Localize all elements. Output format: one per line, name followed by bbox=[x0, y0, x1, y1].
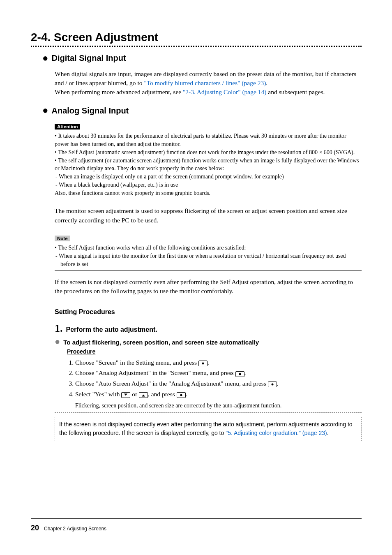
attention-item: The Self Adjust (automatic screen adjust… bbox=[55, 148, 362, 157]
link-color-gradation[interactable]: "5. Adjusting color gradation." (page 23… bbox=[226, 430, 327, 436]
section-heading: 2-4. Screen Adjustment bbox=[31, 31, 362, 44]
footer-rule bbox=[31, 518, 362, 519]
analog-heading: ● Analog Signal Input bbox=[42, 106, 362, 116]
analog-heading-text: Analog Signal Input bbox=[52, 106, 129, 116]
analog-paragraph-1: The monitor screen adjustment is used to… bbox=[55, 206, 362, 225]
procedure-step: Select "Yes" with or , and press . bbox=[75, 389, 362, 400]
dotted-rule bbox=[31, 46, 362, 47]
attention-list: It takes about 30 minutes for the perfor… bbox=[55, 132, 362, 197]
thin-rule bbox=[55, 271, 362, 271]
attention-subitem: When an image is displayed only on a par… bbox=[60, 173, 362, 181]
step-1-subheading: ● To adjust flickering, screen position,… bbox=[55, 339, 362, 346]
digital-paragraph: When digital signals are input, images a… bbox=[55, 69, 362, 97]
footer-chapter: Chapter 2 Adjusting Screens bbox=[44, 526, 106, 532]
page-number: 20 bbox=[31, 524, 39, 532]
info-box: If the screen is not displayed correctly… bbox=[55, 417, 362, 441]
page-footer: 20 Chapter 2 Adjusting Screens bbox=[31, 524, 106, 532]
thin-rule bbox=[55, 200, 362, 200]
analog-paragraph-2: If the screen is not displayed correctly… bbox=[55, 278, 362, 296]
attention-item: It takes about 30 minutes for the perfor… bbox=[55, 132, 362, 148]
attention-subitem: When a black background (wallpaper, etc.… bbox=[60, 181, 362, 189]
attention-item: The self adjustment (or automatic screen… bbox=[55, 157, 362, 197]
procedure-step: Choose "Screen" in the Setting menu, and… bbox=[75, 357, 362, 368]
procedure-step: Choose "Auto Screen Adjust" in the "Anal… bbox=[75, 378, 362, 389]
enter-button-icon bbox=[235, 371, 244, 377]
digital-heading-text: Digital Signal Input bbox=[52, 53, 126, 63]
note-label: Note bbox=[55, 236, 70, 241]
attention-label: Attention bbox=[55, 124, 80, 130]
attention-tail: Also, these functions cannot work proper… bbox=[55, 190, 210, 196]
setting-procedures-heading: Setting Procedures bbox=[55, 308, 362, 316]
procedure-label: Procedure bbox=[67, 348, 362, 355]
note-sublist: When a signal is input into the monitor … bbox=[55, 252, 362, 268]
step-title: Perform the auto adjustment. bbox=[66, 326, 157, 333]
procedure-steps: Choose "Screen" in the Setting menu, and… bbox=[67, 357, 362, 399]
step-1-subheading-text: To adjust flickering, screen position, a… bbox=[63, 339, 259, 346]
attention-sublist: When an image is displayed only on a par… bbox=[55, 173, 362, 189]
section-title: Screen Adjustment bbox=[54, 31, 158, 44]
step-number: 1. bbox=[55, 322, 63, 335]
section-number: 2-4. bbox=[31, 31, 51, 44]
page-content: 2-4. Screen Adjustment ● Digital Signal … bbox=[31, 31, 362, 441]
link-adjusting-color[interactable]: "2-3. Adjusting Color" (page 14) bbox=[183, 88, 266, 95]
note-item: The Self Adjust function works when all … bbox=[55, 244, 362, 268]
link-blurred-chars[interactable]: "To modify blurred characters / lines" (… bbox=[144, 79, 266, 86]
enter-button-icon bbox=[198, 361, 208, 366]
note-list: The Self Adjust function works when all … bbox=[55, 244, 362, 268]
up-button-icon bbox=[139, 392, 148, 398]
enter-button-icon bbox=[268, 382, 277, 387]
enter-button-icon bbox=[177, 392, 186, 398]
procedure-step: Choose "Analog Adjustment" in the "Scree… bbox=[75, 368, 362, 378]
procedure-result: Flickering, screen position, and screen … bbox=[75, 402, 362, 410]
note-subitem: When a signal is input into the monitor … bbox=[60, 252, 362, 268]
dashed-rule bbox=[55, 412, 362, 413]
step-1-heading: 1. Perform the auto adjustment. bbox=[55, 322, 362, 335]
down-button-icon bbox=[121, 392, 130, 398]
digital-heading: ● Digital Signal Input bbox=[42, 53, 362, 63]
